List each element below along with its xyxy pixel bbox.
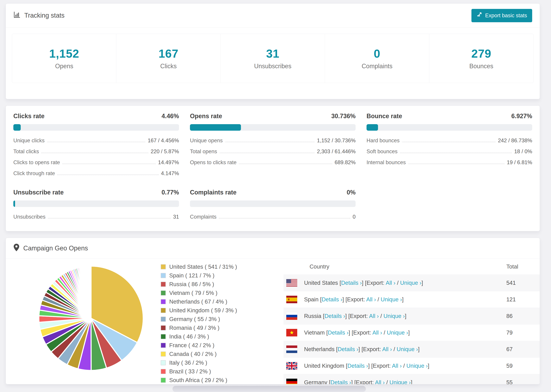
dotted-leader <box>219 218 350 218</box>
rate-head: Clicks rate4.46% <box>13 112 179 120</box>
legend-item: Italy ( 36 / 2% ) <box>161 359 237 366</box>
legend-item: Spain ( 121 / 7% ) <box>161 272 237 279</box>
legend-swatch <box>161 369 166 374</box>
stat-cell: 0Complaints <box>325 34 429 83</box>
export-all-link[interactable]: All › <box>382 346 392 352</box>
country-cell: United States [Details ›] [Export: All ›… <box>304 280 506 286</box>
export-unique-link[interactable]: Unique › <box>383 313 405 319</box>
details-link[interactable]: Details › <box>325 313 345 319</box>
details-link[interactable]: Details › <box>328 329 349 336</box>
stat-cell: 31Unsubscribes <box>221 34 325 83</box>
details-link[interactable]: Details › <box>341 280 362 286</box>
export-all-link[interactable]: All › <box>369 313 379 319</box>
detail-value: 19 / 6.81% <box>507 159 532 166</box>
legend-label: India ( 46 / 3% ) <box>169 333 209 340</box>
rate-block: Unsubscribe rate0.77%Unsubscribes31 <box>13 189 179 220</box>
geo-body: United States ( 541 / 31% )Spain ( 121 /… <box>6 259 540 381</box>
legend-swatch <box>161 299 166 304</box>
stat-value: 279 <box>471 47 491 60</box>
rate-value: 30.736% <box>331 112 356 120</box>
detail-row: Unique clicks167 / 4.456% <box>13 138 179 144</box>
detail-value: 2,303 / 61.446% <box>317 148 356 155</box>
stat-value: 31 <box>266 47 279 60</box>
total-cell: 59 <box>506 363 540 369</box>
rates-grid: Clicks rate4.46%Unique clicks167 / 4.456… <box>6 106 540 227</box>
legend-swatch <box>161 378 166 383</box>
detail-row: Total opens2,303 / 61.446% <box>190 148 356 155</box>
total-cell: 67 <box>506 346 540 352</box>
country-cell: Spain [Details ›] [Export: All › / Uniqu… <box>304 296 506 303</box>
details-link[interactable]: Details › <box>330 379 351 384</box>
export-all-link[interactable]: All › <box>375 379 385 384</box>
legend-item: Germany ( 55 / 3% ) <box>161 316 237 322</box>
legend-item: United Kingdom ( 59 / 3% ) <box>161 307 237 314</box>
progress-fill <box>13 200 15 207</box>
export-unique-link[interactable]: Unique › <box>397 346 418 352</box>
detail-value: 4.147% <box>161 170 179 176</box>
details-link[interactable]: Details › <box>338 346 358 352</box>
detail-value: 18 / 0% <box>514 148 532 155</box>
tracking-stats-card: Tracking stats Export basic stats 1,152O… <box>6 3 540 99</box>
horizontal-scrollbar[interactable] <box>172 386 366 392</box>
table-row: Netherlands [Details ›] [Export: All › /… <box>283 341 540 357</box>
legend-swatch <box>161 282 166 287</box>
rate-title: Bounce rate <box>367 112 402 120</box>
legend-item: Vietnam ( 79 / 5% ) <box>161 290 237 296</box>
export-all-link[interactable]: All › <box>392 363 402 369</box>
legend-label: Vietnam ( 79 / 5% ) <box>169 290 218 296</box>
dotted-leader <box>225 142 315 142</box>
detail-label: Total opens <box>190 148 217 155</box>
detail-row: Total clicks220 / 5.87% <box>13 148 179 155</box>
rate-value: 0% <box>347 189 356 196</box>
total-column-header: Total <box>506 263 540 270</box>
geo-title: Campaign Geo Opens <box>13 244 88 253</box>
legend-label: Russia ( 86 / 5% ) <box>169 281 214 287</box>
detail-value: 14.497% <box>158 159 179 166</box>
detail-value: 220 / 5.87% <box>151 148 179 155</box>
dotted-leader <box>402 142 495 142</box>
progress-bar <box>13 200 179 207</box>
rate-value: 4.46% <box>162 112 179 120</box>
legend-swatch <box>161 264 166 269</box>
export-unique-link[interactable]: Unique › <box>389 379 411 384</box>
progress-bar <box>13 124 179 131</box>
geo-header: Campaign Geo Opens <box>6 238 540 259</box>
country-flag-ru <box>286 312 297 320</box>
detail-value: 1,152 / 30.736% <box>317 138 356 144</box>
stat-value: 167 <box>158 47 178 60</box>
detail-value: 0 <box>353 214 356 220</box>
table-row: United States [Details ›] [Export: All ›… <box>283 274 540 291</box>
legend-item: Canada ( 40 / 2% ) <box>161 351 237 357</box>
legend-label: United States ( 541 / 31% ) <box>169 264 237 270</box>
export-unique-link[interactable]: Unique › <box>400 280 422 286</box>
country-flag-vn <box>286 329 297 336</box>
export-all-link[interactable]: All › <box>372 329 382 336</box>
country-name: Netherlands <box>304 346 336 352</box>
detail-row: Complaints0 <box>190 214 356 220</box>
export-unique-link[interactable]: Unique › <box>406 363 428 369</box>
export-all-link[interactable]: All › <box>366 296 376 302</box>
progress-fill <box>367 124 378 131</box>
geo-table-rows: United States [Details ›] [Export: All ›… <box>283 274 540 384</box>
country-flag-us <box>286 279 297 287</box>
country-cell: Vietnam [Details ›] [Export: All › / Uni… <box>304 329 506 336</box>
export-unique-link[interactable]: Unique › <box>387 329 408 336</box>
legend-swatch <box>161 334 166 339</box>
detail-value: 689.82% <box>335 159 356 166</box>
export-basic-stats-button[interactable]: Export basic stats <box>471 9 532 22</box>
legend-swatch <box>161 290 166 295</box>
export-all-link[interactable]: All › <box>386 280 396 286</box>
details-link[interactable]: Details › <box>322 296 342 302</box>
detail-row: Soft bounces18 / 0% <box>367 148 532 155</box>
details-link[interactable]: Details › <box>347 363 368 369</box>
export-unique-link[interactable]: Unique › <box>381 296 402 302</box>
geo-pie-chart <box>33 260 149 377</box>
pie-legend: United States ( 541 / 31% )Spain ( 121 /… <box>161 264 237 384</box>
bar-chart-icon <box>13 11 21 20</box>
export-icon <box>477 12 482 19</box>
pie-slice[interactable] <box>91 266 91 318</box>
legend-label: Germany ( 55 / 3% ) <box>169 316 220 322</box>
table-row: Spain [Details ›] [Export: All › / Uniqu… <box>283 291 540 308</box>
country-name: United Kingdom <box>304 363 346 369</box>
country-cell: Russia [Details ›] [Export: All › / Uniq… <box>304 313 506 319</box>
